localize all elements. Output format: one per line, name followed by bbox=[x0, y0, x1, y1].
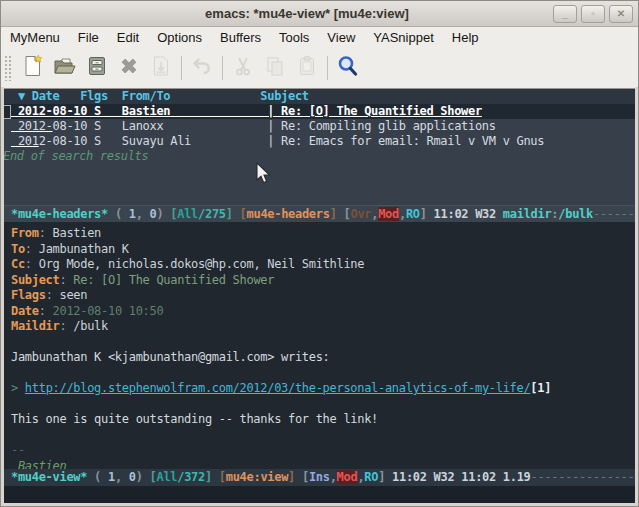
undo-icon bbox=[190, 54, 214, 82]
field-label-subject: Subject bbox=[11, 273, 59, 287]
field-label-date: Date bbox=[11, 304, 39, 318]
toolbar-separator bbox=[181, 56, 182, 80]
save-icon bbox=[85, 54, 109, 82]
search-button[interactable] bbox=[332, 53, 364, 83]
field-label-flags: Flags bbox=[11, 288, 46, 302]
undo-button[interactable] bbox=[186, 53, 218, 83]
body-link[interactable]: http://blog.stephenwolfram.com/2012/03/t… bbox=[25, 381, 531, 395]
field-label-cc: Cc bbox=[11, 257, 25, 271]
field-value-cc[interactable]: Org Mode, nicholas.dokos@hp.com, Neil Sm… bbox=[39, 257, 364, 271]
field-value-to[interactable]: Jambunathan K bbox=[39, 242, 129, 256]
clock-and-load: 11:02 W32 11:02 1.19 bbox=[392, 470, 531, 484]
readonly-indicator[interactable]: RO bbox=[406, 207, 420, 221]
copy-button[interactable] bbox=[259, 53, 291, 83]
body-comment-line: This one is quite outstanding -- thanks … bbox=[11, 412, 638, 428]
toolbar-grip[interactable] bbox=[4, 55, 13, 81]
window-frame-edge bbox=[635, 87, 638, 504]
major-mode[interactable]: mu4e:view bbox=[226, 470, 288, 484]
modified-indicator[interactable]: Mod bbox=[378, 207, 399, 221]
window-title: emacs: *mu4e-view* [mu4e:view] bbox=[1, 6, 553, 21]
headers-column-header[interactable]: ▼ Date Flgs From/To Subject bbox=[1, 89, 638, 104]
buffer-name[interactable]: *mu4e-view* bbox=[11, 470, 87, 484]
paste-icon bbox=[295, 54, 319, 82]
title-bar[interactable]: emacs: *mu4e-view* [mu4e:view] _ ▫ ✕ bbox=[1, 1, 638, 27]
menu-buffers[interactable]: Buffers bbox=[211, 29, 270, 46]
save-as-button[interactable] bbox=[145, 53, 177, 83]
menu-view[interactable]: View bbox=[318, 29, 364, 46]
field-value-date: 2012-08-10 10:50 bbox=[53, 304, 164, 318]
headers-empty-space bbox=[1, 164, 638, 205]
link-footnote-ref[interactable]: [1] bbox=[530, 381, 551, 395]
toolbar-separator bbox=[327, 56, 328, 80]
window-frame-edge bbox=[1, 503, 638, 506]
maildir-label: maildir bbox=[503, 207, 551, 221]
message-count: /275 bbox=[198, 207, 226, 221]
cut-icon bbox=[231, 54, 255, 82]
paste-button[interactable] bbox=[291, 53, 323, 83]
tool-bar bbox=[1, 47, 638, 89]
mouse-cursor bbox=[256, 162, 274, 190]
maildir-value: /bulk bbox=[558, 207, 593, 221]
field-label-from: From bbox=[11, 226, 39, 240]
buffer-name[interactable]: *mu4e-headers* bbox=[11, 207, 108, 221]
cut-button[interactable] bbox=[227, 53, 259, 83]
search-icon bbox=[336, 54, 360, 82]
readonly-indicator[interactable]: RO bbox=[364, 470, 378, 484]
save-button[interactable] bbox=[81, 53, 113, 83]
close-buffer-button[interactable] bbox=[113, 53, 145, 83]
minimize-button[interactable]: _ bbox=[553, 5, 577, 23]
line-number: 1 bbox=[108, 470, 115, 484]
open-file-button[interactable] bbox=[49, 53, 81, 83]
menu-options[interactable]: Options bbox=[148, 29, 211, 46]
menu-help[interactable]: Help bbox=[443, 29, 488, 46]
maximize-button[interactable]: ▫ bbox=[581, 5, 605, 23]
minibuffer[interactable] bbox=[1, 486, 638, 503]
message-view: From: Bastien To: Jambunathan K Cc: Org … bbox=[1, 222, 638, 469]
field-label-to: To bbox=[11, 242, 25, 256]
menu-file[interactable]: File bbox=[69, 29, 108, 46]
quote-prefix: > bbox=[11, 381, 25, 395]
signature: Bastien bbox=[11, 459, 638, 470]
line-number: 1 bbox=[129, 207, 136, 221]
menu-bar: MyMenu File Edit Options Buffers Tools V… bbox=[1, 27, 638, 47]
menu-mymenu[interactable]: MyMenu bbox=[10, 29, 69, 46]
major-mode[interactable]: mu4e-headers bbox=[247, 207, 330, 221]
insert-indicator: Ins bbox=[309, 470, 330, 484]
body-writes-line: Jambunathan K <kjambunathan@gmail.com> w… bbox=[11, 350, 638, 366]
field-value-subject: Re: [O] The Quantified Shower bbox=[73, 273, 274, 287]
menu-edit[interactable]: Edit bbox=[108, 29, 148, 46]
header-row[interactable]: 2012-08-10 S Suvayu Ali | Re: Emacs for … bbox=[1, 134, 638, 149]
overwrite-indicator: Ovr bbox=[350, 207, 371, 221]
message-count: /372 bbox=[177, 470, 205, 484]
close-button[interactable]: ✕ bbox=[609, 5, 633, 23]
open-file-icon bbox=[52, 54, 78, 82]
modified-indicator[interactable]: Mod bbox=[337, 470, 358, 484]
header-row[interactable]: 2012-08-10 S Lanoxx | Re: Compiling glib… bbox=[1, 119, 638, 134]
new-file-button[interactable] bbox=[17, 53, 49, 83]
field-value-flags: seen bbox=[59, 288, 87, 302]
emacs-window: emacs: *mu4e-view* [mu4e:view] _ ▫ ✕ MyM… bbox=[0, 0, 639, 507]
save-as-icon bbox=[149, 54, 173, 82]
close-buffer-icon bbox=[117, 54, 141, 82]
modeline-headers: *mu4e-headers* ( 1, 0) [All/275] [mu4e-h… bbox=[1, 205, 638, 222]
header-row-selected[interactable]: 2012-08-10 S Bastien | Re: [O] The Quant… bbox=[1, 104, 638, 119]
menu-tools[interactable]: Tools bbox=[270, 29, 318, 46]
fringe-marker bbox=[3, 105, 11, 119]
menu-yasnippet[interactable]: YASnippet bbox=[364, 29, 442, 46]
end-of-search-text: End of search results bbox=[1, 149, 638, 164]
signature-separator: -- bbox=[11, 443, 638, 459]
field-value-maildir[interactable]: /bulk bbox=[73, 319, 108, 333]
clock-and-window: 11:02 W32 bbox=[434, 207, 503, 221]
new-file-icon bbox=[21, 54, 45, 82]
copy-icon bbox=[263, 54, 287, 82]
column-number: 0 bbox=[129, 470, 136, 484]
toolbar-separator bbox=[222, 56, 223, 80]
field-label-maildir: Maildir bbox=[11, 319, 59, 333]
emacs-content: ▼ Date Flgs From/To Subject 2012-08-10 S… bbox=[1, 89, 638, 503]
field-value-from[interactable]: Bastien bbox=[53, 226, 101, 240]
window-frame-edge bbox=[1, 87, 4, 504]
modeline-view: *mu4e-view* ( 1, 0) [All/372] [mu4e:view… bbox=[1, 469, 638, 486]
